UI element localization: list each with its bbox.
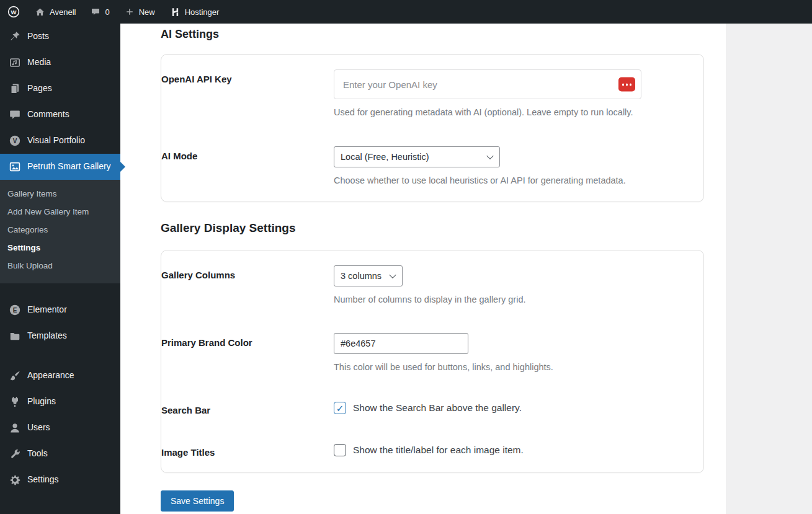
sidebar-item-label: Settings <box>27 474 59 485</box>
pages-icon <box>9 82 21 95</box>
sidebar-item-label: Users <box>27 422 50 433</box>
sidebar-item-templates[interactable]: Templates <box>0 323 120 349</box>
plugins-icon <box>9 396 21 408</box>
sidebar-item-visual-portfolio[interactable]: V Visual Portfolio <box>0 128 120 154</box>
ai-mode-help: Choose whether to use local heuristics o… <box>334 174 703 187</box>
hostinger-menu[interactable]: Hostinger <box>163 0 227 24</box>
site-name-menu[interactable]: Avenell <box>27 0 83 24</box>
admin-bar: W Avenell 0 New Hostinger <box>0 0 812 24</box>
password-manager-icon[interactable] <box>618 78 635 92</box>
image-titles-checkbox[interactable] <box>334 444 346 456</box>
hostinger-icon <box>170 7 181 17</box>
svg-text:W: W <box>11 9 17 16</box>
sidebar-item-petruth-smart-gallery[interactable]: Petruth Smart Gallery <box>0 154 120 180</box>
brand-color-row: Primary Brand Color This color will be u… <box>161 333 703 373</box>
sidebar: Posts Media Pages <box>0 24 120 514</box>
image-titles-label: Image Titles <box>161 443 334 458</box>
sidebar-item-label: Media <box>27 57 51 68</box>
svg-text:V: V <box>13 138 17 144</box>
svg-text:E: E <box>13 307 17 314</box>
comments-icon <box>9 109 21 121</box>
templates-icon <box>9 330 21 342</box>
plus-icon <box>125 7 135 17</box>
sidebar-subitem-settings[interactable]: Settings <box>0 239 120 257</box>
openai-api-key-label: OpenAI API Key <box>161 69 334 118</box>
visual-portfolio-icon: V <box>9 135 21 147</box>
sidebar-item-label: Plugins <box>27 396 56 407</box>
wordpress-logo-icon: W <box>7 6 20 18</box>
sidebar-item-pages[interactable]: Pages <box>0 76 120 102</box>
sidebar-item-label: Tools <box>27 448 48 459</box>
menu-separator <box>0 283 120 297</box>
hostinger-label: Hostinger <box>185 7 220 17</box>
sidebar-subitem-add-new-gallery-item[interactable]: Add New Gallery Item <box>0 203 120 221</box>
site-name-label: Avenell <box>50 7 76 17</box>
sidebar-item-label: Templates <box>27 330 67 342</box>
pin-icon <box>9 30 21 43</box>
openai-api-key-row: OpenAI API Key Used for generating metad… <box>161 69 703 118</box>
sidebar-subitem-categories[interactable]: Categories <box>0 221 120 239</box>
media-icon <box>9 56 21 69</box>
tools-wrench-icon <box>9 448 21 460</box>
sidebar-item-plugins[interactable]: Plugins <box>0 389 120 415</box>
brand-color-label: Primary Brand Color <box>161 333 334 373</box>
ai-mode-select[interactable]: Local (Free, Heuristic) <box>334 146 500 167</box>
sidebar-item-users[interactable]: Users <box>0 415 120 441</box>
gallery-columns-label: Gallery Columns <box>161 265 334 306</box>
sidebar-item-label: Elementor <box>27 304 67 316</box>
main-content: AI Settings OpenAI API Key Used for gene… <box>120 24 812 514</box>
ai-settings-heading: AI Settings <box>161 27 704 42</box>
brand-color-help: This color will be used for buttons, lin… <box>334 361 703 373</box>
gallery-icon <box>9 161 21 173</box>
save-settings-button[interactable]: Save Settings <box>161 490 234 512</box>
search-bar-row: Search Bar Show the Search Bar above the… <box>161 401 703 415</box>
new-content-menu[interactable]: New <box>117 0 163 24</box>
sidebar-item-media[interactable]: Media <box>0 50 120 76</box>
petruth-submenu: Gallery Items Add New Gallery Item Categ… <box>0 180 120 283</box>
home-icon <box>35 7 45 17</box>
sidebar-item-label: Posts <box>27 31 49 42</box>
sidebar-subitem-bulk-upload[interactable]: Bulk Upload <box>0 257 120 275</box>
openai-api-key-help: Used for generating metadata with AI (op… <box>334 106 703 118</box>
settings-page-panel: AI Settings OpenAI API Key Used for gene… <box>120 24 726 514</box>
sidebar-item-tools[interactable]: Tools <box>0 441 120 467</box>
sidebar-item-label: Pages <box>27 83 52 94</box>
comments-count: 0 <box>105 7 109 17</box>
brand-color-input[interactable] <box>334 333 468 354</box>
sidebar-item-appearance[interactable]: Appearance <box>0 363 120 389</box>
gallery-columns-row: Gallery Columns 3 columns Number of colu… <box>161 265 703 306</box>
comment-bubble-icon <box>91 7 100 17</box>
sidebar-item-label: Petruth Smart Gallery <box>27 161 111 172</box>
ai-settings-card: OpenAI API Key Used for generating metad… <box>161 54 704 202</box>
gallery-display-settings-card: Gallery Columns 3 columns Number of colu… <box>161 250 704 474</box>
menu-separator <box>0 349 120 363</box>
sidebar-item-label: Comments <box>27 109 69 120</box>
sidebar-item-elementor[interactable]: E Elementor <box>0 297 120 323</box>
new-label: New <box>139 7 155 17</box>
search-bar-checkbox-label: Show the Search Bar above the gallery. <box>353 402 522 414</box>
gallery-columns-help: Number of columns to display in the gall… <box>334 293 703 306</box>
elementor-icon: E <box>9 304 21 316</box>
sidebar-subitem-gallery-items[interactable]: Gallery Items <box>0 185 120 203</box>
sidebar-item-settings[interactable]: Settings <box>0 467 120 493</box>
image-titles-checkbox-label: Show the title/label for each image item… <box>353 445 524 456</box>
search-bar-label: Search Bar <box>161 401 334 415</box>
sidebar-item-label: Visual Portfolio <box>27 135 85 146</box>
image-titles-row: Image Titles Show the title/label for ea… <box>161 443 703 458</box>
gallery-display-settings-heading: Gallery Display Settings <box>161 221 704 236</box>
wp-logo-menu[interactable]: W <box>0 0 27 24</box>
comments-menu[interactable]: 0 <box>83 0 117 24</box>
appearance-brush-icon <box>9 370 21 382</box>
ai-mode-label: AI Mode <box>161 146 334 187</box>
sidebar-item-comments[interactable]: Comments <box>0 102 120 128</box>
sidebar-item-posts[interactable]: Posts <box>0 24 120 50</box>
users-icon <box>9 422 21 434</box>
ai-mode-row: AI Mode Local (Free, Heuristic) Choose w… <box>161 146 703 187</box>
gear-icon <box>9 474 21 486</box>
openai-api-key-input[interactable] <box>334 69 641 99</box>
sidebar-item-label: Appearance <box>27 370 74 381</box>
gallery-columns-select[interactable]: 3 columns <box>334 265 403 286</box>
search-bar-checkbox[interactable] <box>334 402 346 414</box>
